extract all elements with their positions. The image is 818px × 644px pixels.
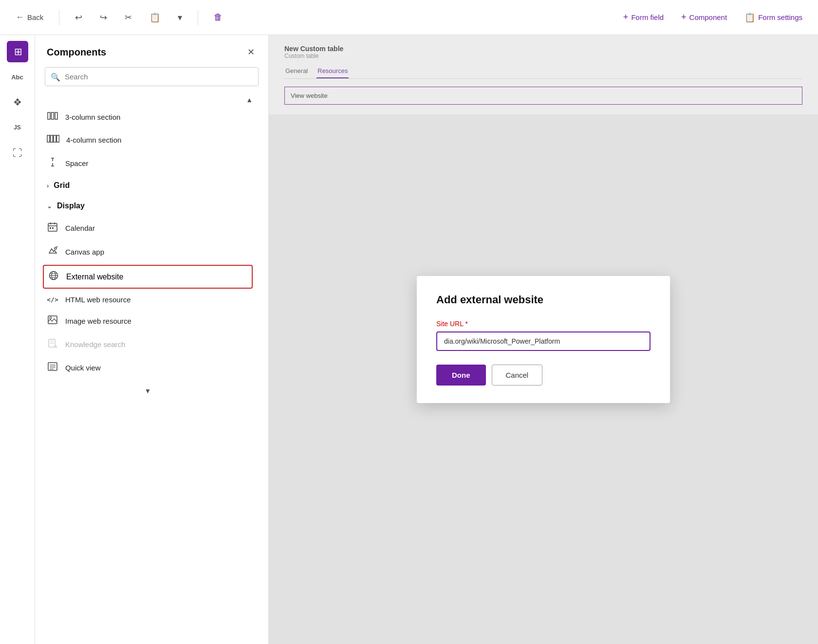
component-list: ▲ 3-column section 4-column section — [35, 94, 268, 644]
done-button[interactable]: Done — [436, 365, 486, 386]
knowledge-search-icon — [47, 338, 58, 350]
panel-title: Components — [47, 47, 106, 58]
3col-label: 3-column section — [65, 113, 120, 121]
add-form-field-icon: + — [623, 12, 629, 22]
list-item-calendar[interactable]: Calendar — [35, 216, 260, 240]
add-component-button[interactable]: + Component — [677, 10, 731, 24]
image-resource-icon — [47, 315, 58, 327]
form-settings-icon: 📋 — [744, 12, 755, 23]
quick-view-label: Quick view — [65, 364, 101, 372]
calendar-label: Calendar — [65, 224, 95, 232]
dialog-overlay: Add external website Site URL * Done Can… — [269, 35, 818, 644]
grid-chevron-icon: › — [47, 182, 49, 189]
display-chevron-icon: ⌄ — [47, 202, 52, 210]
list-item-html-resource[interactable]: </> HTML web resource — [35, 290, 260, 310]
dropdown-icon: ▾ — [178, 12, 182, 23]
list-item-image-resource[interactable]: Image web resource — [35, 310, 260, 332]
add-external-website-dialog: Add external website Site URL * Done Can… — [417, 276, 670, 403]
components-panel: Components ✕ 🔍 ▲ 3-column section — [35, 35, 269, 644]
image-resource-label: Image web resource — [65, 317, 131, 325]
calendar-icon — [47, 222, 58, 234]
external-website-icon — [48, 271, 59, 283]
list-item-canvas-app[interactable]: Canvas app — [35, 240, 260, 264]
add-form-field-button[interactable]: + Form field — [619, 10, 668, 24]
svg-point-17 — [55, 247, 56, 249]
svg-rect-4 — [51, 135, 53, 142]
list-item-knowledge-search: Knowledge search — [35, 332, 260, 356]
grid-section-label: Grid — [54, 181, 70, 190]
search-box: 🔍 — [45, 67, 259, 86]
svg-rect-3 — [47, 135, 50, 142]
back-label: Back — [27, 13, 43, 21]
spacer-icon — [47, 157, 58, 169]
section-grid-header[interactable]: › Grid — [35, 175, 260, 196]
nav-grid-icon[interactable]: ⊞ — [7, 41, 28, 62]
site-url-label: Site URL * — [436, 320, 651, 328]
nav-sidebar: ⊞ Abc ❖ JS ⛶ — [0, 35, 35, 644]
svg-rect-1 — [52, 112, 54, 119]
form-settings-label: Form settings — [758, 13, 802, 21]
svg-rect-6 — [57, 135, 59, 142]
delete-button[interactable]: 🗑 — [210, 10, 226, 24]
toolbar-separator-2 — [198, 10, 198, 25]
dialog-actions: Done Cancel — [436, 365, 651, 386]
display-section-label: Display — [57, 202, 85, 210]
external-website-label: External website — [66, 273, 123, 281]
cancel-button[interactable]: Cancel — [492, 365, 543, 386]
dialog-title: Add external website — [436, 294, 651, 306]
add-form-field-label: Form field — [631, 13, 664, 21]
toolbar: ← Back ↩ ↪ ✂ 📋 ▾ 🗑 + Form field + Compon… — [0, 0, 818, 35]
panel-close-button[interactable]: ✕ — [245, 45, 257, 59]
list-item-4col[interactable]: 4-column section — [35, 129, 260, 151]
nav-layers-icon[interactable]: ❖ — [7, 92, 28, 113]
spacer-label: Spacer — [65, 159, 89, 167]
scroll-up-arrow[interactable]: ▲ — [246, 96, 253, 104]
undo-icon: ↩ — [75, 12, 82, 23]
search-input[interactable] — [45, 67, 259, 86]
list-item-external-website[interactable]: External website — [43, 265, 253, 289]
svg-rect-0 — [48, 112, 50, 119]
nav-js-icon[interactable]: JS — [7, 117, 28, 138]
dropdown-button[interactable]: ▾ — [174, 10, 186, 25]
4col-icon — [47, 134, 59, 146]
knowledge-search-label: Knowledge search — [65, 340, 125, 349]
svg-point-25 — [50, 317, 52, 319]
nav-text-icon[interactable]: Abc — [7, 66, 28, 88]
section-display-header[interactable]: ⌄ Display — [35, 196, 260, 216]
svg-rect-5 — [54, 135, 56, 142]
add-component-icon: + — [681, 12, 687, 22]
redo-button[interactable]: ↪ — [96, 10, 111, 25]
svg-point-29 — [55, 346, 56, 348]
content-area: New Custom table Custom table General Re… — [269, 35, 818, 644]
svg-line-30 — [56, 348, 57, 349]
cut-button[interactable]: ✂ — [121, 10, 136, 25]
back-button[interactable]: ← Back — [12, 10, 47, 24]
list-item-spacer[interactable]: Spacer — [35, 151, 260, 175]
html-resource-icon: </> — [47, 296, 58, 303]
canvas-app-label: Canvas app — [65, 248, 104, 256]
paste-icon: 📋 — [149, 12, 160, 23]
svg-rect-16 — [52, 227, 54, 229]
form-settings-button[interactable]: 📋 Form settings — [741, 10, 806, 25]
paste-button[interactable]: 📋 — [146, 10, 164, 25]
site-url-input[interactable] — [436, 331, 651, 351]
quick-view-icon — [47, 362, 58, 373]
back-icon: ← — [16, 12, 24, 22]
nav-connect-icon[interactable]: ⛶ — [7, 142, 28, 164]
svg-rect-2 — [55, 112, 57, 119]
svg-rect-15 — [50, 227, 51, 229]
canvas-app-icon — [47, 246, 58, 258]
list-item-quick-view[interactable]: Quick view — [35, 356, 260, 379]
scroll-down-arrow[interactable]: ▼ — [145, 387, 151, 395]
redo-icon: ↪ — [100, 12, 107, 23]
main-layout: ⊞ Abc ❖ JS ⛶ Components ✕ 🔍 ▲ — [0, 35, 818, 644]
cut-icon: ✂ — [125, 12, 132, 23]
list-item-3col[interactable]: 3-column section — [35, 106, 260, 129]
undo-button[interactable]: ↩ — [71, 10, 86, 25]
4col-label: 4-column section — [66, 136, 121, 144]
svg-line-18 — [56, 246, 57, 247]
3col-icon — [47, 111, 58, 123]
site-url-required: * — [465, 320, 467, 328]
toolbar-separator-1 — [59, 10, 59, 25]
search-icon: 🔍 — [51, 72, 60, 81]
